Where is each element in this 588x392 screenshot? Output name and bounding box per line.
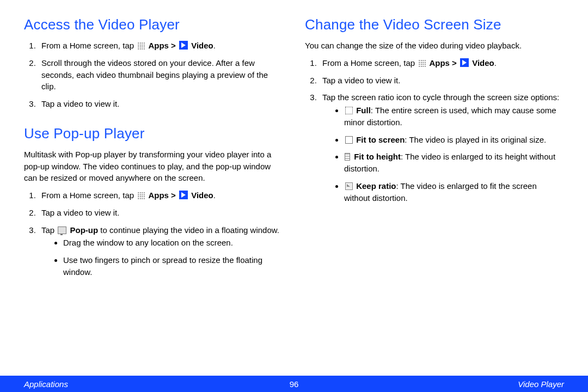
text: From a Home screen, tap — [41, 41, 136, 50]
text: : The video is played in its original si… — [405, 135, 546, 144]
keep-ratio-label: Keep ratio — [356, 181, 396, 191]
apps-label: Apps > — [148, 191, 178, 200]
period: . — [213, 41, 216, 50]
option-fit-height: Fit to height: The video is enlarged to … — [344, 151, 564, 175]
popup-sublist: Drag the window to any location on the s… — [41, 237, 283, 278]
video-icon — [179, 191, 188, 199]
video-label: Video — [472, 58, 494, 68]
full-icon — [345, 107, 353, 114]
video-label: Video — [191, 41, 213, 50]
step-1: From a Home screen, tap Apps > Video. — [38, 189, 283, 201]
footer-topic-label: Video Player — [298, 379, 564, 389]
heading-popup: Use Pop-up Player — [24, 125, 283, 142]
text: Tap — [41, 225, 57, 235]
fit-screen-label: Fit to screen — [356, 135, 405, 144]
apps-icon — [418, 59, 426, 67]
steps-screen-size: From a Home screen, tap Apps > Video. Ta… — [305, 57, 564, 204]
steps-access: From a Home screen, tap Apps > Video. Sc… — [24, 40, 283, 110]
left-column: Access the Video Player From a Home scre… — [24, 16, 283, 293]
step-2: Tap a video to view it. — [38, 207, 283, 219]
section-screen-size: Change the Video Screen Size You can cha… — [305, 16, 564, 204]
apps-icon — [137, 42, 145, 50]
option-fit-screen: Fit to screen: The video is played in it… — [344, 134, 564, 146]
apps-label: Apps > — [429, 58, 459, 68]
fit-height-icon — [345, 153, 350, 161]
steps-popup: From a Home screen, tap Apps > Video. Ta… — [24, 189, 283, 278]
bullet-pinch: Use two fingers to pinch or spread to re… — [63, 254, 283, 278]
popup-intro: Multitask with Pop-up player by transfor… — [24, 149, 283, 184]
step-3: Tap the screen ratio icon to cycle throu… — [319, 91, 564, 204]
apps-label: Apps > — [148, 41, 178, 50]
page-footer: Applications 96 Video Player — [0, 376, 588, 392]
bullet-drag: Drag the window to any location on the s… — [63, 237, 283, 249]
footer-section-label: Applications — [24, 379, 290, 389]
popup-icon — [58, 226, 66, 234]
fit-height-label: Fit to height — [354, 152, 401, 161]
period: . — [494, 58, 497, 68]
step-2: Scroll through the videos stored on your… — [38, 57, 283, 93]
apps-icon — [137, 192, 145, 199]
heading-screen-size: Change the Video Screen Size — [305, 16, 564, 33]
video-label: Video — [191, 191, 213, 200]
right-column: Change the Video Screen Size You can cha… — [305, 16, 564, 293]
heading-access: Access the Video Player — [24, 16, 283, 33]
option-full: Full: The entire screen is used, which m… — [344, 105, 564, 128]
video-icon — [460, 58, 469, 67]
text: From a Home screen, tap — [41, 191, 136, 200]
text: Tap the screen ratio icon to cycle throu… — [322, 93, 559, 102]
option-keep-ratio: Keep ratio: The video is enlarged to fit… — [344, 180, 564, 204]
step-1: From a Home screen, tap Apps > Video. — [319, 57, 564, 69]
popup-label: Pop-up — [70, 225, 99, 235]
two-column-layout: Access the Video Player From a Home scre… — [24, 16, 564, 293]
period: . — [213, 191, 216, 200]
step-3: Tap a video to view it. — [38, 98, 283, 110]
step-2: Tap a video to view it. — [319, 75, 564, 87]
full-label: Full — [356, 106, 371, 115]
section-popup-player: Use Pop-up Player Multitask with Pop-up … — [24, 125, 283, 278]
screen-intro: You can change the size of the video dur… — [305, 40, 564, 52]
text: : The entire screen is used, which may c… — [344, 106, 556, 127]
section-access-video-player: Access the Video Player From a Home scre… — [24, 16, 283, 110]
text: From a Home screen, tap — [322, 58, 417, 68]
step-1: From a Home screen, tap Apps > Video. — [38, 40, 283, 52]
step-3: Tap Pop-up to continue playing the video… — [38, 224, 283, 278]
fit-screen-icon — [345, 136, 353, 144]
footer-page-number: 96 — [290, 379, 299, 389]
text: to continue playing the video in a float… — [100, 225, 279, 235]
video-icon — [179, 41, 188, 50]
keep-ratio-icon — [345, 182, 353, 190]
ratio-options: Full: The entire screen is used, which m… — [322, 105, 564, 204]
manual-page: Access the Video Player From a Home scre… — [0, 0, 588, 392]
